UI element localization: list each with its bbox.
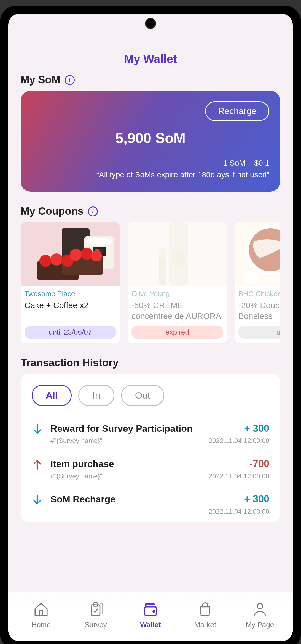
svg-rect-20 <box>128 222 227 286</box>
filter-in-button[interactable]: In <box>78 385 114 406</box>
transaction-filter-row: All In Out <box>32 385 269 406</box>
svg-point-12 <box>70 249 82 261</box>
balance-rate: 1 SoM = $0.1 <box>32 157 269 169</box>
nav-mypage[interactable]: My Page <box>233 601 287 629</box>
coupon-title: Cake + Coffee x2 <box>25 300 116 321</box>
nav-label: Home <box>32 621 51 629</box>
coupon-brand: Twosome Place <box>25 290 116 298</box>
transactions-section-title: Transaction History <box>21 357 119 369</box>
svg-rect-26 <box>235 222 280 286</box>
arrow-down-icon <box>32 493 43 515</box>
info-icon[interactable]: i <box>65 75 75 85</box>
bottom-nav: Home Survey Wallet Market <box>8 592 293 641</box>
app-screen: My Wallet My SoM i Recharge 5,900 SoM 1 … <box>8 14 293 641</box>
coupon-image <box>235 222 280 286</box>
nav-home[interactable]: Home <box>14 601 68 629</box>
coupon-status-badge: expired <box>131 326 223 339</box>
coupon-card[interactable]: Twosome Place Cake + Coffee x2 until 23/… <box>21 222 120 343</box>
transaction-time: 2022.11.04 12:00:00 <box>209 437 269 445</box>
shopping-bag-icon <box>197 601 213 618</box>
transaction-row[interactable]: Item purchase -700 #"{Survey name}" 2022… <box>32 451 269 487</box>
transactions-panel: All In Out Reward for Survey Participati… <box>21 374 280 522</box>
coupons-section-header: My Coupons i <box>21 205 280 217</box>
balance-amount: 5,900 SoM <box>32 130 269 146</box>
nav-market[interactable]: Market <box>178 601 232 629</box>
coupon-title: -20% Double Pop. Boneless <box>238 300 280 321</box>
svg-rect-27 <box>39 611 43 615</box>
transaction-title: SoM Recharge <box>50 494 115 505</box>
transaction-subtitle: #"{Survey name}" <box>50 472 102 480</box>
coupon-card[interactable]: Olive Young -50% CRÈME concentree de AUR… <box>128 222 227 343</box>
user-icon <box>252 601 268 618</box>
transaction-amount: + 300 <box>244 493 269 505</box>
transaction-row[interactable]: SoM Recharge + 300 2022.11.04 12:00:00 <box>32 487 269 522</box>
nav-label: Market <box>194 621 216 629</box>
transaction-time: 2022.11.04 12:00:00 <box>209 472 269 480</box>
arrow-up-icon <box>32 458 43 480</box>
svg-point-3 <box>86 238 112 245</box>
transaction-time: 2022.11.04 12:00:00 <box>209 508 269 515</box>
som-section-title: My SoM <box>21 74 60 86</box>
coupon-brand: Olive Young <box>131 290 223 298</box>
content-area: My Wallet My SoM i Recharge 5,900 SoM 1 … <box>8 14 293 592</box>
svg-point-14 <box>91 250 102 261</box>
transaction-amount: + 300 <box>244 423 269 434</box>
coupon-card[interactable]: BHC Chicken -20% Double Pop. Boneless us… <box>235 222 280 343</box>
transaction-title: Item purchase <box>50 459 114 469</box>
wallet-icon <box>143 601 158 618</box>
svg-point-13 <box>81 248 93 260</box>
transactions-section-header: Transaction History <box>21 357 280 369</box>
arrow-down-icon <box>32 423 43 445</box>
info-icon[interactable]: i <box>88 206 98 216</box>
coupons-carousel[interactable]: Twosome Place Cake + Coffee x2 until 23/… <box>21 222 280 343</box>
svg-point-10 <box>50 253 63 266</box>
coupon-status-badge: used <box>238 326 280 339</box>
phone-camera <box>145 18 156 29</box>
filter-all-button[interactable]: All <box>32 385 72 406</box>
coupons-section-title: My Coupons <box>21 205 84 217</box>
nav-label: My Page <box>246 621 274 629</box>
coupon-image <box>21 222 120 286</box>
page-title: My Wallet <box>21 52 280 66</box>
som-section-header: My SoM i <box>21 74 280 86</box>
coupon-brand: BHC Chicken <box>238 290 280 298</box>
coupon-image <box>128 222 227 286</box>
coupon-title: -50% CRÈME concentree de AURORA <box>131 300 223 321</box>
phone-frame: My Wallet My SoM i Recharge 5,900 SoM 1 … <box>0 6 301 644</box>
balance-card: Recharge 5,900 SoM 1 SoM = $0.1 “All typ… <box>21 91 280 192</box>
filter-out-button[interactable]: Out <box>121 385 164 406</box>
svg-point-32 <box>257 603 262 609</box>
nav-survey[interactable]: Survey <box>68 601 123 629</box>
home-icon <box>33 601 49 618</box>
nav-label: Wallet <box>140 621 161 629</box>
svg-point-31 <box>153 610 155 612</box>
coupon-status-badge: until 23/06/07 <box>25 326 116 339</box>
transaction-subtitle: #"{Survey name}" <box>50 437 102 445</box>
svg-point-9 <box>39 255 52 267</box>
transaction-row[interactable]: Reward for Survey Participation + 300 #"… <box>32 416 269 451</box>
nav-label: Survey <box>85 621 107 629</box>
balance-expiry-note: “All type of SoMs expire after 180d ays … <box>32 169 269 181</box>
recharge-button[interactable]: Recharge <box>205 101 269 121</box>
clipboard-check-icon <box>88 601 104 618</box>
transaction-title: Reward for Survey Participation <box>50 423 193 434</box>
nav-wallet[interactable]: Wallet <box>123 601 178 629</box>
transaction-amount: -700 <box>249 458 269 470</box>
